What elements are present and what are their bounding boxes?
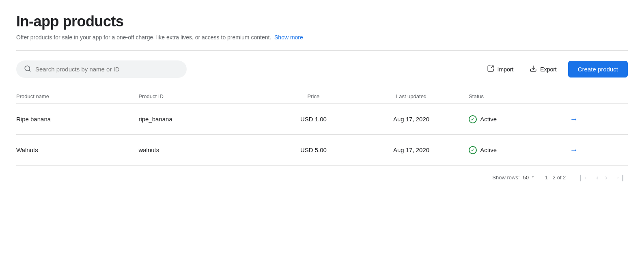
product-status: ✓ Active	[469, 135, 566, 166]
product-name: Ripe banana	[16, 104, 138, 135]
status-label: Active	[480, 116, 497, 123]
rows-per-page-selector[interactable]: 50	[523, 174, 535, 181]
export-button[interactable]: Export	[525, 62, 561, 77]
row-arrow-button[interactable]: →	[566, 144, 581, 156]
col-header-action	[566, 89, 628, 104]
table-footer: Show rows: 50 1 - 2 of 2 ❙← ‹ › →❙	[16, 166, 628, 183]
table-row: Walnuts walnuts USD 5.00 Aug 17, 2020 ✓ …	[16, 135, 628, 166]
product-price: USD 5.00	[273, 135, 359, 166]
rows-per-page-value: 50	[523, 174, 529, 181]
product-price: USD 1.00	[273, 104, 359, 135]
last-page-button[interactable]: →❙	[611, 172, 628, 183]
product-last-updated: Aug 17, 2020	[359, 104, 469, 135]
products-table: Product name Product ID Price Last updat…	[16, 89, 628, 166]
first-page-button[interactable]: ❙←	[575, 172, 592, 183]
import-icon	[487, 65, 494, 73]
row-action-cell[interactable]: →	[566, 135, 628, 166]
prev-page-button[interactable]: ‹	[594, 172, 601, 183]
row-arrow-button[interactable]: →	[566, 113, 581, 125]
product-name: Walnuts	[16, 135, 138, 166]
create-product-button[interactable]: Create product	[568, 61, 628, 77]
svg-line-1	[29, 70, 30, 71]
show-rows-control: Show rows: 50	[492, 174, 535, 181]
col-header-id: Product ID	[138, 89, 273, 104]
table-row: Ripe banana ripe_banana USD 1.00 Aug 17,…	[16, 104, 628, 135]
product-id: walnuts	[138, 135, 273, 166]
section-divider	[16, 50, 628, 51]
product-last-updated: Aug 17, 2020	[359, 135, 469, 166]
product-status: ✓ Active	[469, 104, 566, 135]
row-action-cell[interactable]: →	[566, 104, 628, 135]
search-box[interactable]	[16, 60, 187, 78]
col-header-status: Status	[469, 89, 566, 104]
next-page-button[interactable]: ›	[603, 172, 610, 183]
active-status-icon: ✓	[469, 115, 477, 123]
search-icon	[24, 65, 31, 73]
col-header-price: Price	[273, 89, 359, 104]
import-label: Import	[498, 66, 514, 73]
pagination-info: 1 - 2 of 2	[545, 174, 566, 181]
status-label: Active	[480, 146, 497, 153]
show-more-link[interactable]: Show more	[274, 34, 303, 41]
page-title: In-app products	[16, 13, 628, 30]
export-icon	[530, 65, 537, 73]
show-rows-label: Show rows:	[492, 174, 519, 181]
page-subtitle: Offer products for sale in your app for …	[16, 34, 628, 41]
toolbar: Import Export Create product	[16, 60, 628, 78]
search-input[interactable]	[35, 66, 179, 73]
col-header-name: Product name	[16, 89, 138, 104]
product-id: ripe_banana	[138, 104, 273, 135]
active-status-icon: ✓	[469, 146, 477, 154]
pagination-controls: ❙← ‹ › →❙	[575, 172, 628, 183]
import-button[interactable]: Import	[482, 62, 519, 77]
svg-line-2	[491, 66, 493, 68]
rows-dropdown-icon	[530, 174, 535, 181]
table-header-row: Product name Product ID Price Last updat…	[16, 89, 628, 104]
col-header-updated: Last updated	[359, 89, 469, 104]
export-label: Export	[540, 66, 556, 73]
